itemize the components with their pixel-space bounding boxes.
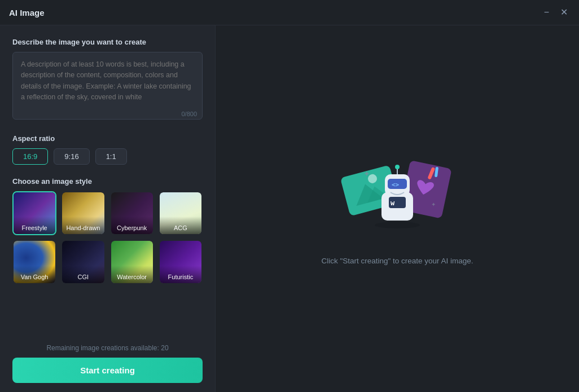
style-item-acg[interactable]: ACG [159, 191, 203, 235]
left-panel: Describe the image you want to create 0/… [0, 25, 216, 392]
bottom-section: Remaining image creations available: 20 … [12, 335, 203, 383]
minimize-button[interactable]: − [542, 7, 551, 18]
image-style-section: Choose an image style Freestyle Hand-dra… [12, 177, 203, 335]
style-item-vangogh[interactable]: Van Gogh [12, 240, 56, 284]
ratio-btn-16-9[interactable]: 16:9 [12, 148, 48, 165]
window-title: AI Image [9, 8, 45, 17]
window-controls: − ✕ [542, 7, 570, 18]
style-label-futuristic: Futuristic [160, 266, 201, 283]
style-label-handdrawn: Hand-drawn [62, 217, 104, 234]
svg-text:✦: ✦ [431, 201, 436, 208]
aspect-ratio-label: Aspect ratio [12, 134, 203, 143]
aspect-ratio-section: Aspect ratio 16:9 9:16 1:1 [12, 134, 203, 165]
style-item-freestyle[interactable]: Freestyle [12, 191, 56, 235]
style-item-futuristic[interactable]: Futuristic [159, 240, 203, 284]
right-hint: Click "Start creating" to create your AI… [321, 257, 473, 265]
style-item-cyberpunk[interactable]: Cyberpunk [110, 191, 154, 235]
svg-text:<>: <> [392, 181, 400, 188]
title-bar: AI Image − ✕ [0, 0, 579, 25]
style-label-vangogh: Van Gogh [14, 266, 55, 283]
style-label-cyberpunk: Cyberpunk [111, 217, 153, 234]
app-window: AI Image − ✕ Describe the image you want… [0, 0, 579, 392]
style-label-cgi: CGI [62, 266, 104, 283]
ratio-buttons: 16:9 9:16 1:1 [12, 148, 203, 165]
style-item-watercolor[interactable]: Watercolor [110, 240, 154, 284]
style-item-handdrawn[interactable]: Hand-drawn [61, 191, 105, 235]
ratio-btn-1-1[interactable]: 1:1 [95, 148, 127, 165]
svg-point-12 [395, 165, 400, 169]
style-item-cgi[interactable]: CGI [61, 240, 105, 284]
description-label: Describe the image you want to create [12, 38, 203, 46]
svg-text:w: w [391, 199, 395, 207]
style-label: Choose an image style [12, 177, 203, 186]
illustration: <> w ✦ ✦ [335, 153, 459, 243]
svg-point-15 [375, 222, 420, 228]
main-content: Describe the image you want to create 0/… [0, 25, 579, 392]
char-count: 0/800 [181, 111, 197, 117]
textarea-wrapper: 0/800 [12, 52, 203, 122]
style-grid: Freestyle Hand-drawn Cyberpunk ACG [12, 191, 203, 284]
svg-text:✦: ✦ [363, 169, 370, 178]
style-label-acg: ACG [160, 217, 201, 234]
start-creating-button[interactable]: Start creating [12, 358, 203, 383]
right-panel: <> w ✦ ✦ Click "Start creating" to cre [216, 25, 579, 392]
remaining-text: Remaining image creations available: 20 [12, 344, 203, 352]
ratio-btn-9-16[interactable]: 9:16 [54, 148, 89, 165]
style-label-watercolor: Watercolor [111, 266, 153, 283]
description-textarea[interactable] [12, 52, 203, 120]
illustration-svg: <> w ✦ ✦ [335, 153, 459, 243]
close-button[interactable]: ✕ [558, 7, 570, 18]
style-label-freestyle: Freestyle [14, 217, 55, 234]
